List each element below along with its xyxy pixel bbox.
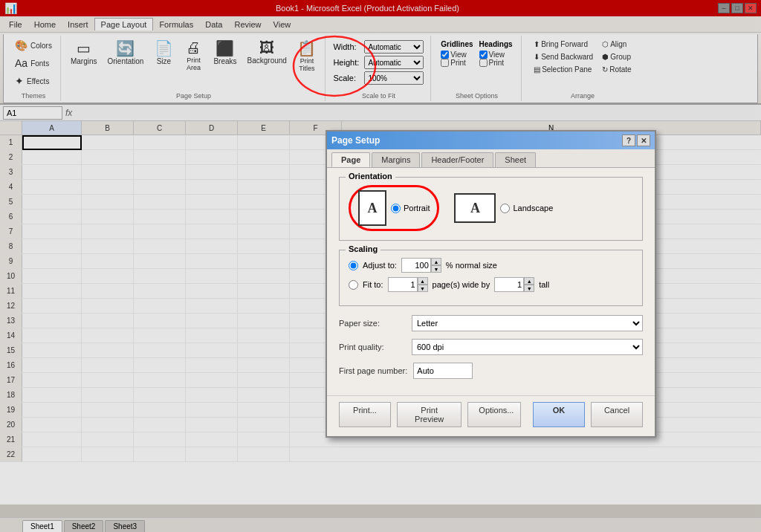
orientation-section: Orientation A Portrait A Landscape	[339, 177, 643, 241]
dialog-title: Page Setup	[331, 135, 380, 146]
cancel-btn[interactable]: Cancel	[591, 402, 643, 427]
paper-size-label: Paper size:	[339, 319, 406, 328]
print-preview-btn[interactable]: Print Preview	[397, 402, 462, 427]
fit-pages-spinner-down[interactable]: ▼	[418, 285, 428, 292]
page-setup-dialog: Page Setup ? ✕ Page Margins Header/Foote…	[326, 130, 656, 438]
dialog-close-btn[interactable]: ✕	[637, 134, 650, 146]
dialog-tab-header-footer[interactable]: Header/Footer	[421, 152, 493, 167]
orientation-label: Orientation	[346, 172, 395, 181]
fit-to-label: Fit to:	[363, 280, 383, 289]
portrait-radio-label[interactable]: Portrait	[391, 204, 430, 213]
dialog-footer: Print... Print Preview Options... OK Can…	[327, 395, 655, 436]
landscape-radio-label[interactable]: Landscape	[500, 204, 553, 213]
portrait-label: Portrait	[404, 204, 430, 213]
percent-label: % normal size	[446, 261, 497, 270]
first-page-row: First page number:	[339, 363, 643, 379]
fit-tall-spinner-down[interactable]: ▼	[524, 285, 534, 292]
adjust-value-input[interactable]	[401, 258, 431, 273]
landscape-option: A Landscape	[454, 193, 553, 223]
first-page-input[interactable]	[413, 363, 473, 379]
portrait-radio[interactable]	[391, 204, 401, 213]
adjust-to-radio[interactable]	[349, 261, 358, 270]
adjust-to-label: Adjust to:	[363, 261, 397, 270]
paper-size-row: Paper size: Letter A4 Legal	[339, 315, 643, 331]
adjust-spinner-down[interactable]: ▼	[431, 265, 441, 273]
orientation-options: A Portrait A Landscape	[349, 185, 633, 231]
dialog-tabs: Page Margins Header/Footer Sheet	[327, 149, 655, 168]
scaling-section: Scaling Adjust to: ▲ ▼ % normal size Fit…	[339, 250, 643, 306]
ok-btn[interactable]: OK	[533, 402, 585, 427]
scaling-label: Scaling	[346, 244, 380, 253]
dialog-title-bar: Page Setup ? ✕	[327, 132, 655, 149]
landscape-label: Landscape	[513, 204, 553, 213]
portrait-option: A Portrait	[349, 185, 439, 231]
paper-size-select[interactable]: Letter A4 Legal	[412, 315, 643, 331]
pages-wide-label: page(s) wide by	[433, 280, 490, 289]
landscape-icon: A	[454, 193, 496, 223]
fit-pages-input[interactable]	[388, 277, 418, 292]
dialog-help-btn[interactable]: ?	[622, 134, 635, 146]
adjust-to-row: Adjust to: ▲ ▼ % normal size	[349, 258, 633, 273]
fit-to-row: Fit to: ▲ ▼ page(s) wide by ▲ ▼ ta	[349, 277, 633, 292]
options-btn[interactable]: Options...	[467, 402, 521, 427]
print-btn[interactable]: Print...	[339, 402, 391, 427]
fit-to-radio[interactable]	[349, 280, 358, 290]
adjust-spinner-up[interactable]: ▲	[431, 258, 441, 265]
dialog-body: Orientation A Portrait A Landscape	[327, 168, 655, 395]
first-page-label: First page number:	[339, 366, 407, 375]
print-quality-row: Print quality: 600 dpi 300 dpi 150 dpi	[339, 339, 643, 355]
portrait-icon: A	[358, 190, 386, 226]
dialog-tab-sheet[interactable]: Sheet	[495, 152, 536, 167]
print-quality-label: Print quality:	[339, 343, 406, 351]
fit-pages-spinner-up[interactable]: ▲	[418, 277, 428, 285]
fit-tall-spinner-up[interactable]: ▲	[524, 277, 534, 285]
fit-tall-input[interactable]	[494, 277, 524, 292]
dialog-tab-page[interactable]: Page	[331, 152, 370, 167]
landscape-radio[interactable]	[500, 204, 510, 213]
dialog-tab-margins[interactable]: Margins	[372, 152, 420, 167]
tall-label: tall	[539, 280, 549, 289]
print-quality-select[interactable]: 600 dpi 300 dpi 150 dpi	[412, 339, 643, 355]
